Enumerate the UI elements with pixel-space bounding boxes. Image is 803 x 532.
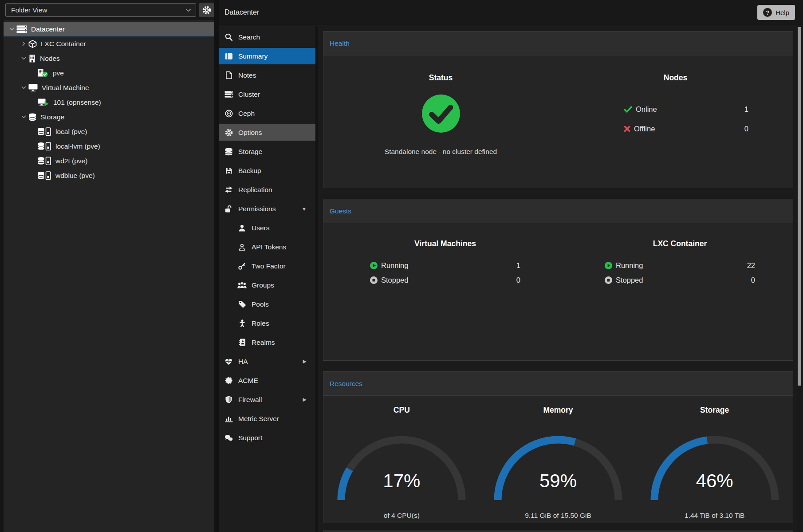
status-column: Status Standalone node - no cluster defi…	[323, 55, 558, 188]
menu-item-label: Metric Server	[238, 415, 279, 423]
menu-item-notes[interactable]: Notes	[219, 67, 315, 83]
help-button-label: Help	[775, 9, 789, 16]
view-mode-select[interactable]: Folder View	[5, 3, 196, 17]
menu-item-summary[interactable]: Summary	[219, 48, 315, 64]
shield-icon	[224, 396, 233, 404]
database-icon	[28, 113, 36, 121]
chevron-down-icon[interactable]	[20, 115, 28, 118]
storage-drive-icon	[38, 127, 51, 136]
storage-drive-icon	[38, 142, 51, 150]
gear-icon	[202, 6, 211, 15]
vm-stopped-row: Stopped 0	[370, 273, 520, 288]
tree-item-lxc-container[interactable]: LXC Container	[4, 36, 214, 51]
tree-item-storage-local[interactable]: local (pve)	[4, 124, 214, 139]
caret-down-icon[interactable]: ▼	[302, 206, 307, 212]
menu-item-ha[interactable]: HA ▶	[219, 353, 315, 370]
tree-item-virtual-machine[interactable]: Virtual Machine	[4, 80, 214, 95]
storage-title: Storage	[700, 406, 729, 415]
menu-item-cluster[interactable]: Cluster	[219, 86, 315, 102]
floppy-icon	[224, 167, 233, 175]
tree-settings-button[interactable]	[199, 3, 214, 17]
menu-item-replication[interactable]: Replication	[219, 181, 315, 198]
menu-item-pools[interactable]: Pools	[219, 296, 315, 312]
lxc-running-value: 22	[747, 261, 755, 270]
cpu-gauge-column: CPU 17% of 4 CPU(s)	[323, 396, 480, 523]
address-book-icon	[237, 339, 247, 347]
menu-item-search[interactable]: Search	[219, 29, 315, 45]
tree-item-label: pve	[53, 69, 64, 77]
nodes-offline-row: Offline 0	[624, 119, 748, 138]
tree-item-vm-101[interactable]: 101 (opnsense)	[4, 95, 214, 110]
lxc-stopped-value: 0	[751, 276, 755, 284]
tree-item-storage-local-lvm[interactable]: local-lvm (pve)	[4, 139, 214, 154]
menu-item-ceph[interactable]: Ceph	[219, 105, 315, 122]
menu-item-firewall[interactable]: Firewall ▶	[219, 391, 315, 408]
storage-caption: 1.44 TiB of 3.10 TiB	[685, 512, 744, 520]
tag-icon	[237, 300, 247, 308]
stop-circle-icon	[605, 276, 612, 284]
tree-item-label: local (pve)	[55, 128, 87, 136]
menu-item-storage[interactable]: Storage	[219, 143, 315, 160]
menu-item-permissions[interactable]: Permissions ▼	[219, 201, 315, 217]
caret-right-icon[interactable]: ▶	[303, 359, 307, 364]
page-title: Datacenter	[224, 8, 259, 16]
menu-item-api-tokens[interactable]: API Tokens	[219, 239, 315, 255]
gear-icon	[224, 129, 233, 137]
tree-item-storage-wd2t[interactable]: wd2t (pve)	[4, 154, 214, 168]
lxc-running-row: Running 22	[605, 258, 755, 273]
sidebar-splitter[interactable]	[214, 0, 219, 532]
lxc-container-column: LXC Container Running 22 Stopped 0	[558, 223, 793, 360]
menu-item-groups[interactable]: Groups	[219, 277, 315, 293]
person-icon	[237, 319, 247, 327]
ceph-icon	[224, 110, 233, 118]
menu-item-roles[interactable]: Roles	[219, 315, 315, 331]
certificate-icon	[224, 377, 233, 385]
tree-item-datacenter[interactable]: Datacenter	[4, 22, 214, 36]
lxc-title: LXC Container	[605, 239, 755, 248]
menu-item-label: Roles	[252, 319, 269, 327]
help-button[interactable]: ? Help	[757, 5, 795, 20]
menu-item-backup[interactable]: Backup	[219, 162, 315, 179]
tree-item-label: LXC Container	[41, 40, 86, 48]
menu-item-acme[interactable]: ACME	[219, 372, 315, 389]
menu-item-users[interactable]: Users	[219, 220, 315, 236]
summary-content: Health Status Standalone node - no clust…	[318, 26, 803, 532]
user-outline-icon	[237, 243, 247, 251]
menu-item-label: Summary	[238, 52, 268, 60]
memory-caption: 9.11 GiB of 15.50 GiB	[525, 512, 591, 520]
chevron-right-icon[interactable]	[20, 41, 28, 46]
nodes-online-value: 1	[744, 105, 748, 114]
tree-item-label: Datacenter	[31, 25, 65, 33]
menu-item-label: Options	[238, 129, 262, 137]
menu-item-support[interactable]: Support	[219, 430, 315, 446]
tree-item-label: 101 (opnsense)	[53, 99, 101, 106]
tree-item-storage[interactable]: Storage	[4, 110, 214, 124]
guests-panel-title: Guests	[330, 207, 351, 215]
scrollbar-thumb[interactable]	[798, 27, 801, 386]
chevron-down-icon[interactable]	[8, 28, 16, 31]
tree-item-nodes[interactable]: Nodes	[4, 51, 214, 66]
chevron-down-icon[interactable]	[20, 57, 28, 60]
menu-item-label: Notes	[238, 71, 256, 79]
key-icon	[237, 262, 247, 270]
menu-item-label: Realms	[252, 339, 275, 347]
menu-item-label: Search	[238, 33, 260, 41]
building-icon	[28, 55, 36, 63]
tree-item-pve[interactable]: pve	[4, 66, 214, 80]
tree-item-storage-wdblue[interactable]: wdblue (pve)	[4, 168, 214, 183]
unlock-icon	[224, 205, 233, 213]
user-icon	[237, 224, 247, 232]
caret-right-icon[interactable]: ▶	[303, 397, 307, 402]
chevron-down-icon[interactable]	[20, 86, 28, 89]
menu-item-metric-server[interactable]: Metric Server	[219, 410, 315, 427]
menu-item-label: Replication	[238, 186, 272, 194]
menu-item-label: API Tokens	[252, 243, 286, 251]
play-circle-icon	[605, 262, 612, 269]
menu-item-label: Support	[238, 434, 262, 442]
chevron-down-icon	[185, 8, 191, 12]
menu-item-options[interactable]: Options	[219, 124, 315, 141]
tree-item-label: Virtual Machine	[42, 84, 89, 92]
vertical-scrollbar[interactable]	[797, 26, 802, 532]
menu-item-two-factor[interactable]: Two Factor	[219, 258, 315, 274]
menu-item-realms[interactable]: Realms	[219, 334, 315, 351]
